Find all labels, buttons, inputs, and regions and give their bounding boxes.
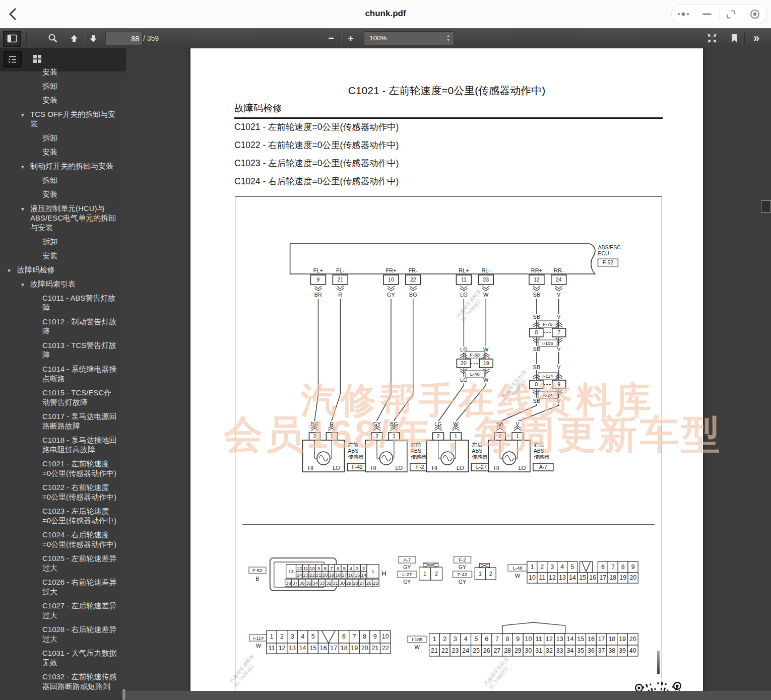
svg-text:5: 5 [311, 633, 315, 640]
zoom-select[interactable]: 100% ▲▼ [364, 31, 454, 45]
outline-item[interactable]: C1017 - 泵马达电源回路断路故障 [0, 411, 126, 431]
svg-text:ECU: ECU [598, 251, 609, 256]
outline-item[interactable]: 安装 [0, 147, 126, 157]
svg-text:9: 9 [373, 633, 377, 640]
bookmark-button[interactable] [727, 31, 742, 46]
svg-text:10: 10 [382, 633, 389, 640]
zoom-out-button[interactable]: − [324, 31, 339, 46]
outline-item[interactable]: 拆卸 [0, 175, 126, 185]
svg-text:10: 10 [529, 574, 536, 581]
svg-text:1: 1 [330, 434, 333, 439]
svg-text:17: 17 [330, 645, 337, 652]
svg-text:36: 36 [299, 580, 305, 586]
float-window-icon[interactable] [720, 5, 743, 24]
ecu-pin: RR+12SB [529, 267, 544, 298]
outline-item[interactable]: C1028 - 右后轮速差异过大 [0, 624, 126, 644]
outline-item[interactable]: C1023 - 左后轮速度=0公里(传感器动作中) [0, 506, 126, 525]
svg-text:27: 27 [493, 647, 500, 654]
svg-text:21: 21 [316, 572, 322, 578]
svg-text:RR+: RR+ [531, 267, 542, 273]
svg-text:10: 10 [388, 277, 394, 283]
svg-text:L-27: L-27 [476, 464, 487, 470]
thumbnails-view-button[interactable] [29, 51, 46, 66]
outline-item[interactable]: C1022 - 右前轮速度=0公里(传感器动作中) [0, 482, 126, 502]
fullscreen-icon [706, 33, 718, 44]
abs-sensor: BRR21HILO左前ABS传感器F-42 [303, 421, 368, 472]
svg-text:12: 12 [534, 277, 540, 283]
outline-item[interactable]: C1021 - 左前轮速度=0公里(传感器动作中) [0, 459, 126, 478]
outline-item[interactable]: C1031 - 大气压力数据无效 [0, 648, 126, 667]
outline-item[interactable]: 安装 [0, 189, 126, 199]
search-icon [47, 33, 58, 44]
outline-item[interactable]: 拆卸 [0, 81, 126, 91]
svg-text:34: 34 [312, 580, 318, 586]
svg-text:L-48: L-48 [513, 565, 523, 571]
connector-pinout-i114: I-114W1234567891011121314151617181920212… [249, 631, 391, 654]
svg-text:SB: SB [533, 292, 541, 298]
svg-text:28: 28 [504, 647, 511, 654]
svg-text:19: 19 [619, 636, 626, 643]
svg-text:4: 4 [301, 633, 304, 640]
svg-text:W: W [483, 292, 489, 298]
outline-view-button[interactable] [4, 51, 22, 67]
outline-item[interactable]: ▼TCS OFF开关的拆卸与安装 [0, 109, 126, 128]
page-number-input[interactable] [105, 32, 143, 46]
outline-item[interactable]: C1011 - ABS警告灯故障 [0, 293, 126, 312]
svg-text:7: 7 [353, 633, 356, 640]
outline-item[interactable]: 安装 [0, 251, 126, 260]
svg-text:16: 16 [588, 636, 595, 643]
svg-text:14: 14 [567, 636, 574, 643]
svg-text:22: 22 [441, 647, 448, 654]
outline-item[interactable]: 拆卸 [0, 133, 126, 143]
outline-item[interactable]: ▼故障码检修 [0, 265, 126, 274]
window-capsule [671, 4, 767, 24]
svg-text:2: 2 [435, 571, 438, 577]
svg-text:1: 1 [479, 571, 482, 577]
svg-text:A-24: A-24 [543, 392, 553, 398]
outline-item[interactable]: C1018 - 泵马达接地回路电阻过高故障 [0, 435, 126, 454]
svg-text:L-27: L-27 [402, 572, 412, 577]
outline-item[interactable]: C1014 - 系统继电器接点断路 [0, 364, 126, 383]
search-button[interactable] [45, 31, 60, 46]
outline-item[interactable]: C1012 - 制动警告灯故障 [0, 317, 126, 336]
outline-item[interactable]: ▼液压控制单元(HCU)与ABS/ESC电气单元的拆卸与安装 [0, 203, 126, 232]
vertical-scrollbar-thumb[interactable] [761, 200, 771, 213]
outline-item[interactable]: C1013 - TCS警告灯故障 [0, 340, 126, 360]
svg-text:31: 31 [333, 580, 338, 586]
horizontal-scrollbar[interactable] [126, 691, 771, 700]
minimize-icon[interactable] [695, 5, 719, 24]
outline-item[interactable]: ▼故障码索引表 [0, 279, 126, 289]
outline-item[interactable]: ▼制动灯开关的拆卸与安装 [0, 161, 126, 171]
svg-text:R: R [338, 292, 342, 298]
svg-text:9: 9 [516, 636, 520, 643]
previous-page-button[interactable] [67, 31, 82, 46]
svg-text:11: 11 [539, 574, 546, 581]
svg-text:6: 6 [485, 636, 488, 643]
svg-text:9: 9 [631, 564, 635, 571]
svg-text:11: 11 [461, 277, 467, 283]
toolbar-more-button[interactable]: » [749, 31, 764, 46]
next-page-button[interactable] [86, 31, 101, 46]
outline-item[interactable]: C1027 - 左后轮速差异过大 [0, 601, 126, 620]
svg-text:17: 17 [342, 572, 347, 578]
svg-text:左前: 左前 [347, 442, 358, 448]
outline-item[interactable]: C1025 - 左前轮速差异过大 [0, 553, 126, 573]
outline-item[interactable]: C1024 - 右后轮速度=0公里(传感器动作中) [0, 530, 126, 549]
outline-item[interactable]: 安装 [0, 95, 126, 105]
svg-text:22: 22 [382, 645, 389, 652]
outline-item[interactable]: C1015 - TCS/ESC作动警告灯故障 [0, 388, 126, 407]
zoom-in-button[interactable]: + [343, 31, 358, 46]
outline-item[interactable]: 拆卸 [0, 237, 126, 246]
svg-text:I-114: I-114 [253, 635, 264, 641]
svg-text:4: 4 [560, 564, 564, 571]
sidebar-scrollbar-thumb[interactable] [122, 689, 125, 700]
more-dots-icon[interactable] [672, 5, 695, 24]
svg-text:31: 31 [535, 647, 542, 654]
wiring-diagram: ABS/ESCECUF-52FL+9BRFL-21RFR+10GYFR-22BG… [235, 196, 662, 700]
home-circle-icon[interactable] [743, 5, 766, 24]
outline-item[interactable]: 安装 [0, 67, 126, 77]
sidebar-toggle-button[interactable] [3, 31, 21, 47]
outline-item[interactable]: C1026 - 右前轮速差异过大 [0, 577, 126, 596]
outline-item[interactable]: C1032 - 左前轮速传感器回路断路或短路到 [0, 672, 126, 691]
fullscreen-button[interactable] [704, 31, 720, 46]
